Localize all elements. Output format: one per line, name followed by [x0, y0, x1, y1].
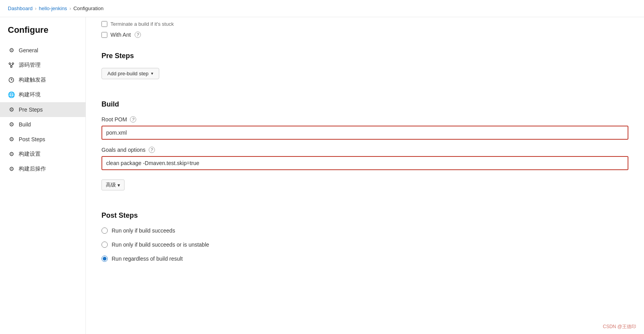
post-option-success-label: Run only if build succeeds	[112, 227, 175, 234]
post-option-success-unstable-label: Run only if build succeeds or is unstabl…	[112, 242, 209, 248]
post-steps-section: Post Steps Run only if build succeeds Ru…	[101, 202, 628, 262]
sidebar-item-settings[interactable]: ⚙ 构建设置	[0, 147, 85, 162]
with-ant-row: With Ant ?	[101, 32, 628, 38]
sidebar-item-general[interactable]: ⚙ General	[0, 43, 85, 58]
build-section: Build Root POM ? Goals and options ? 高级 …	[101, 91, 628, 190]
sidebar-label-postbuild: 构建后操作	[19, 165, 46, 172]
add-pre-build-step-button[interactable]: Add pre-build step ▾	[101, 68, 159, 79]
pre-steps-section: Pre Steps Add pre-build step ▾	[101, 43, 628, 79]
sidebar: Configure ⚙ General 源码管理	[0, 17, 86, 334]
goals-help-icon[interactable]: ?	[149, 147, 155, 153]
svg-line-4	[11, 64, 13, 66]
sidebar-item-source[interactable]: 源码管理	[0, 58, 85, 73]
add-step-chevron: ▾	[151, 71, 153, 76]
sidebar-item-env[interactable]: 🌐 构建环境	[0, 87, 85, 102]
sidebar-label-source: 源码管理	[19, 62, 41, 69]
goals-group: Goals and options ?	[101, 147, 628, 170]
sidebar-item-build[interactable]: ⚙ Build	[0, 117, 85, 132]
goals-label: Goals and options ?	[101, 147, 628, 153]
env-icon: 🌐	[8, 91, 15, 98]
top-options: Terminate a build if it's stuck With Ant…	[101, 17, 628, 38]
sidebar-label-settings: 构建设置	[19, 151, 41, 158]
sidebar-item-presteps[interactable]: ⚙ Pre Steps	[0, 102, 85, 117]
root-pom-input[interactable]	[101, 126, 628, 140]
content-area: Terminate a build if it's stuck With Ant…	[86, 17, 644, 334]
breadcrumb-sep-1: ›	[35, 6, 37, 11]
post-option-regardless-label: Run regardless of build result	[112, 256, 183, 262]
presteps-icon: ⚙	[8, 106, 15, 113]
post-option-2-row: Run only if build succeeds or is unstabl…	[101, 242, 628, 248]
build-title: Build	[101, 91, 628, 108]
watermark: CSDN @王德印	[603, 323, 636, 330]
sidebar-item-poststeps[interactable]: ⚙ Post Steps	[0, 132, 85, 147]
sidebar-label-triggers: 构建触发器	[19, 76, 46, 84]
breadcrumb-sep-2: ›	[69, 6, 71, 11]
settings-icon: ⚙	[8, 151, 15, 158]
trigger-icon	[8, 76, 15, 84]
with-ant-label: With Ant	[110, 32, 131, 38]
sidebar-item-triggers[interactable]: 构建触发器	[0, 73, 85, 87]
sidebar-label-poststeps: Post Steps	[19, 136, 45, 142]
sidebar-item-postbuild[interactable]: ⚙ 构建后操作	[0, 162, 85, 176]
sidebar-label-presteps: Pre Steps	[19, 107, 43, 113]
post-option-3-row: Run regardless of build result	[101, 256, 628, 262]
postbuild-icon: ⚙	[8, 165, 15, 172]
goals-input[interactable]	[101, 156, 628, 170]
post-option-regardless-radio[interactable]	[101, 256, 108, 262]
post-option-1-row: Run only if build succeeds	[101, 227, 628, 234]
breadcrumb-hello-jenkins[interactable]: hello-jenkins	[39, 5, 67, 11]
pre-steps-title: Pre Steps	[101, 43, 628, 60]
root-pom-label: Root POM ?	[101, 116, 628, 123]
gear-icon: ⚙	[8, 47, 15, 54]
terminate-row: Terminate a build if it's stuck	[101, 21, 628, 27]
build-icon: ⚙	[8, 121, 15, 128]
advanced-button[interactable]: 高级 ▾	[101, 179, 125, 190]
advanced-label: 高级	[106, 181, 116, 188]
post-option-success-unstable-radio[interactable]	[101, 242, 108, 248]
svg-point-2	[11, 66, 12, 68]
poststeps-icon: ⚙	[8, 136, 15, 143]
add-pre-build-step-label: Add pre-build step	[107, 71, 149, 76]
sidebar-label-env: 构建环境	[19, 91, 41, 98]
source-icon	[8, 62, 15, 69]
terminate-label: Terminate a build if it's stuck	[110, 21, 174, 27]
sidebar-title: Configure	[0, 25, 85, 43]
svg-point-0	[9, 63, 11, 64]
terminate-checkbox[interactable]	[101, 21, 107, 27]
sidebar-label-build: Build	[19, 121, 31, 128]
post-steps-title: Post Steps	[101, 202, 628, 220]
svg-line-3	[10, 64, 11, 66]
breadcrumb: Dashboard › hello-jenkins › Configuratio…	[0, 0, 644, 17]
root-pom-help-icon[interactable]: ?	[130, 116, 136, 123]
svg-point-1	[12, 63, 14, 64]
breadcrumb-dashboard[interactable]: Dashboard	[8, 5, 33, 11]
breadcrumb-configuration: Configuration	[73, 5, 103, 11]
with-ant-help-icon[interactable]: ?	[135, 32, 141, 38]
root-pom-group: Root POM ?	[101, 116, 628, 140]
advanced-chevron: ▾	[117, 182, 120, 188]
post-option-success-radio[interactable]	[101, 227, 108, 234]
sidebar-label-general: General	[19, 47, 38, 53]
with-ant-checkbox[interactable]	[101, 32, 107, 38]
